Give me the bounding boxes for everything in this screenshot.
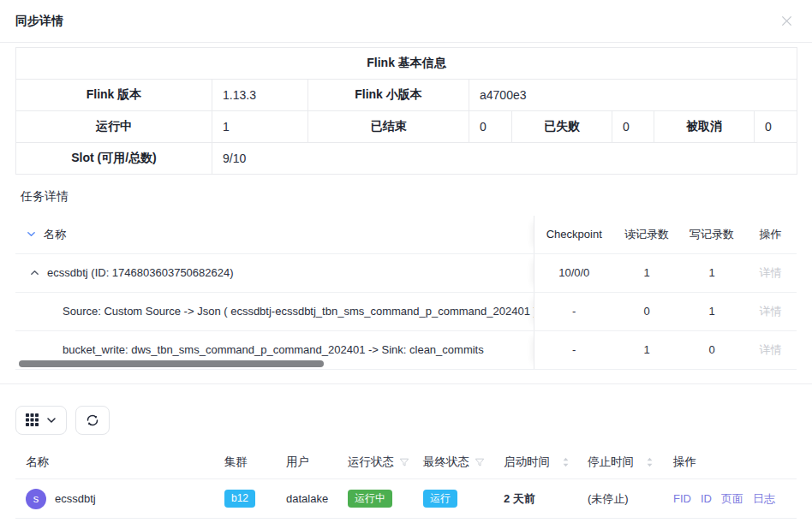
expand-all-chevron-down-icon[interactable]: [27, 229, 36, 239]
checkpoint-value: -: [534, 330, 614, 369]
canceled-value: 0: [755, 111, 797, 143]
collapse-chevron-up-icon[interactable]: [30, 268, 39, 277]
finished-label: 已结束: [308, 111, 469, 143]
chevron-down-icon: [46, 415, 57, 425]
table-row: Slot (可用/总数) 9/10: [16, 143, 797, 175]
final-status-badge: 运行: [423, 490, 457, 508]
column-header-name: 名称: [15, 447, 214, 479]
column-header-checkpoint: Checkpoint: [534, 216, 614, 253]
flink-version-value: 1.13.3: [212, 80, 308, 111]
refresh-icon: [86, 413, 99, 427]
table-row: Flink 版本 1.13.3 Flink 小版本 a4700e3: [16, 80, 797, 111]
cluster-badge: b12: [224, 490, 255, 508]
jobs-table: 名称 集群 用户 运行状态 最终状态: [15, 447, 797, 520]
refresh-button[interactable]: [75, 406, 110, 435]
column-header-cluster: 集群: [214, 447, 276, 479]
table-row: 运行中 1 已结束 0 已失败 0 被取消 0: [16, 111, 797, 143]
divider: [0, 383, 812, 384]
flink-minor-version-label: Flink 小版本: [308, 80, 469, 111]
column-header-name: 名称: [44, 227, 66, 242]
logs-link[interactable]: 日志: [753, 492, 775, 505]
slot-value: 9/10: [212, 143, 797, 175]
finished-value: 0: [469, 111, 512, 143]
column-header-stop-time: 停止时间: [588, 455, 634, 470]
fid-link[interactable]: FID: [673, 492, 691, 505]
grid-icon: [26, 413, 39, 426]
write-records-value: 1: [679, 292, 744, 330]
filter-funnel-icon[interactable]: [475, 457, 485, 467]
checkpoint-value: 10/0/0: [534, 253, 614, 292]
user-value: datalake: [276, 479, 337, 519]
detail-link[interactable]: 详情: [760, 343, 782, 356]
drawer-header: 同步详情: [0, 0, 812, 43]
table-row: ecssdbtj (ID: 1746803603750682624) 10/0/…: [15, 253, 797, 292]
column-header-run-status: 运行状态: [348, 455, 394, 470]
page-title: 同步详情: [15, 14, 63, 29]
flink-version-label: Flink 版本: [16, 80, 212, 111]
jobs-table-header-row: 名称 集群 用户 运行状态 最终状态: [15, 447, 797, 479]
column-header-user: 用户: [276, 447, 337, 479]
read-records-value: 0: [614, 292, 679, 330]
avatar: s: [26, 489, 46, 509]
close-icon: [780, 15, 793, 27]
failed-label: 已失败: [512, 111, 612, 143]
write-records-value: 1: [679, 253, 744, 292]
jobs-toolbar: [15, 406, 797, 435]
sync-details-drawer: 同步详情 Flink 基本信息 Flink 版本 1.13.3 Flink 小版…: [0, 0, 812, 523]
column-header-action: 操作: [744, 216, 797, 253]
flink-info-table: Flink 基本信息 Flink 版本 1.13.3 Flink 小版本 a47…: [15, 47, 797, 175]
id-link[interactable]: ID: [701, 492, 712, 505]
column-header-start-time: 启动时间: [504, 455, 550, 470]
detail-link[interactable]: 详情: [760, 305, 782, 318]
write-records-value: 0: [679, 330, 744, 369]
failed-value: 0: [612, 111, 654, 143]
sorter-icon[interactable]: [562, 456, 570, 468]
page-link[interactable]: 页面: [721, 492, 743, 505]
job-name: ecssdbtj: [55, 492, 96, 505]
slot-label: Slot (可用/总数): [16, 143, 212, 175]
flink-info-title: Flink 基本信息: [16, 48, 797, 80]
read-records-value: 1: [614, 253, 679, 292]
task-name: Source: Custom Source -> Json ( ecssdbtj…: [63, 305, 534, 318]
table-row: Source: Custom Source -> Json ( ecssdbtj…: [15, 292, 797, 330]
running-label: 运行中: [16, 111, 212, 143]
column-header-read-records: 读记录数: [614, 216, 679, 253]
task-name: ecssdbtj (ID: 1746803603750682624): [47, 266, 234, 279]
sorter-icon[interactable]: [646, 456, 654, 468]
filter-funnel-icon[interactable]: [399, 457, 409, 467]
column-header-final-status: 最终状态: [423, 455, 469, 470]
canceled-label: 被取消: [654, 111, 755, 143]
close-button[interactable]: [777, 11, 797, 31]
task-details-table: 名称 Checkpoint 读记录数 写记录数 操作 ecssdb: [15, 216, 797, 370]
start-time-value: 2 天前: [493, 479, 577, 519]
flink-minor-version-value: a4700e3: [469, 80, 797, 111]
read-records-value: 1: [614, 330, 679, 369]
running-value: 1: [212, 111, 308, 143]
horizontal-scrollbar-thumb[interactable]: [19, 360, 324, 367]
checkpoint-value: -: [534, 292, 614, 330]
stop-time-value: (未停止): [577, 479, 663, 519]
column-header-action: 操作: [663, 447, 797, 479]
task-details-section-title: 任务详情: [15, 187, 797, 205]
column-header-write-records: 写记录数: [679, 216, 744, 253]
task-name: bucket_write: dws_tbn_sms_command_p_comm…: [63, 343, 484, 356]
detail-link[interactable]: 详情: [760, 266, 782, 279]
table-row: s ecssdbtj b12 datalake 运行中 运行 2 天前 (未停止…: [15, 479, 797, 519]
task-table-header-row: 名称 Checkpoint 读记录数 写记录数 操作: [15, 216, 797, 253]
column-settings-button[interactable]: [15, 406, 67, 435]
run-status-badge: 运行中: [348, 490, 392, 508]
